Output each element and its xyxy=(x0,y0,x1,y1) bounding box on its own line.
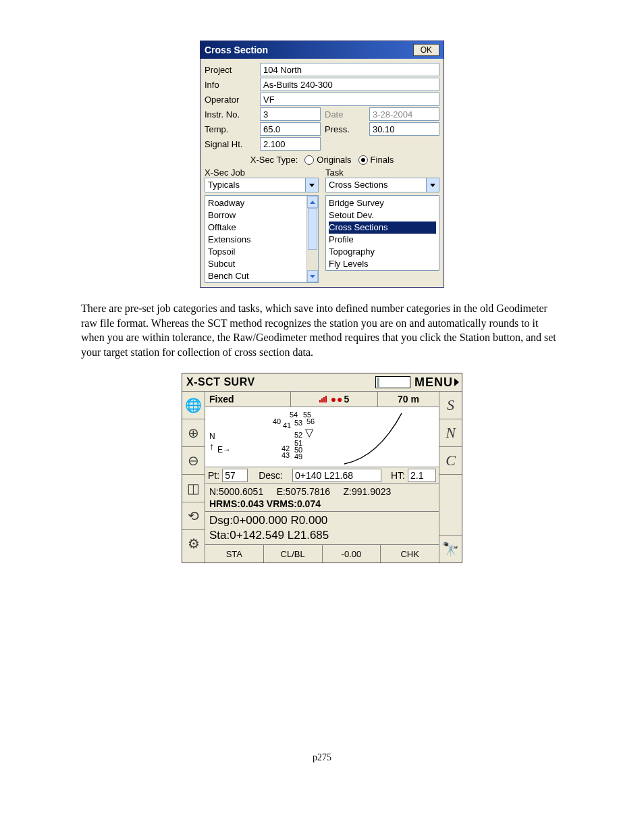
list-item[interactable]: Profile xyxy=(329,234,436,246)
list-item[interactable]: Bench Cut xyxy=(208,270,304,282)
settings-icon[interactable]: ⚙ xyxy=(182,530,205,557)
coord-n: N:5000.6051 xyxy=(209,486,263,497)
xsec-type-group: X-Sec Type: Originals Finals xyxy=(205,152,439,166)
body-text: There are pre-set job categories and tas… xyxy=(81,301,563,359)
list-item[interactable]: Offtake xyxy=(208,221,304,234)
clbl-button[interactable]: CL/BL xyxy=(264,545,323,563)
page-number: p275 xyxy=(81,752,563,763)
dsg-sta-panel: Dsg:0+000.000 R0.000 Sta:0+142.549 L21.6… xyxy=(205,512,439,545)
coord-e: E:5075.7816 xyxy=(277,486,330,497)
xsec-job-label: X-Sec Job xyxy=(205,167,319,178)
ok-button[interactable]: OK xyxy=(413,44,439,56)
chevron-right-icon xyxy=(454,378,459,386)
list-item[interactable]: Fly Levels xyxy=(329,258,436,270)
pt-label: Pt: xyxy=(205,470,222,481)
status-bar: Fixed ● ● 5 70 m xyxy=(205,392,439,407)
offset-button[interactable]: -0.00 xyxy=(323,545,381,563)
zoom-in-icon[interactable]: ⊕ xyxy=(182,419,205,447)
instr-no-label: Instr. No. xyxy=(205,109,260,120)
spacer xyxy=(439,475,462,536)
zoom-out-icon[interactable]: ⊖ xyxy=(182,447,205,475)
signal-ht-input[interactable]: 2.100 xyxy=(260,137,321,151)
desc-label: Desc: xyxy=(256,470,286,481)
menu-button[interactable]: MENU xyxy=(413,375,462,390)
press-input[interactable]: 30.10 xyxy=(369,122,439,136)
list-item[interactable]: Extensions xyxy=(208,234,304,246)
ht-input[interactable]: 2.1 xyxy=(408,469,436,482)
s-button[interactable]: S xyxy=(439,392,462,419)
sat-count: ● ● 5 xyxy=(291,392,378,407)
sta-button[interactable]: STA xyxy=(205,545,264,563)
c-button[interactable]: C xyxy=(439,447,462,475)
battery-icon xyxy=(375,376,410,388)
title-bar: Cross Section OK xyxy=(200,41,444,59)
list-item[interactable]: Cross Sections xyxy=(329,221,436,234)
signal-ht-label: Signal Ht. xyxy=(205,139,260,149)
task-combo[interactable]: Cross Sections xyxy=(325,178,439,192)
sta-value: Sta:0+142.549 L21.685 xyxy=(209,528,435,543)
bottom-buttons: STA CL/BL -0.00 CHK xyxy=(205,545,439,563)
temp-input[interactable]: 65.0 xyxy=(260,122,321,136)
info-input[interactable]: As-Builts 240-300 xyxy=(260,78,439,91)
instr-no-input[interactable]: 3 xyxy=(260,107,321,121)
zoom-window-icon[interactable]: ◫ xyxy=(182,475,205,502)
radio-icon xyxy=(304,155,314,165)
xsec-job-combo[interactable]: Typicals xyxy=(205,178,319,192)
xsec-type-label: X-Sec Type: xyxy=(250,155,298,165)
binoculars-icon[interactable]: 🔭 xyxy=(439,536,462,563)
zoom-prev-icon[interactable]: ⟲ xyxy=(182,502,205,530)
north-arrow-icon: ↑ xyxy=(209,441,214,452)
chevron-down-icon[interactable] xyxy=(305,178,318,192)
scroll-up-icon[interactable] xyxy=(307,196,318,208)
chevron-down-icon[interactable] xyxy=(426,178,439,192)
alignment-curve xyxy=(338,410,419,467)
right-toolbar: S N C 🔭 xyxy=(439,392,462,563)
press-label: Press. xyxy=(321,124,369,134)
project-input[interactable]: 104 North xyxy=(260,63,439,76)
scroll-down-icon[interactable] xyxy=(307,270,318,282)
n-button[interactable]: N xyxy=(439,419,462,447)
list-item[interactable]: Bridge Survey xyxy=(329,197,436,209)
scrollbar[interactable] xyxy=(306,196,318,282)
list-item[interactable]: Borrow xyxy=(208,209,304,221)
map-view[interactable]: ↑ N E→ 54 55 40 41 53 56 52 51 42 43 xyxy=(205,407,439,467)
dialog-title: Cross Section xyxy=(205,45,268,55)
rms-values: HRMS:0.043 VRMS:0.074 xyxy=(209,498,435,510)
coords-panel: N:5000.6051 E:5075.7816 Z:991.9023 HRMS:… xyxy=(205,484,439,512)
list-item[interactable]: Topsoil xyxy=(208,246,304,258)
date-label: Date xyxy=(321,109,369,120)
xsct-surv-screen: X-SCT SURV MENU 🌐 ⊕ ⊖ ◫ ⟲ ⚙ Fixed xyxy=(182,373,462,563)
cross-section-dialog: Cross Section OK Project 104 North Info … xyxy=(200,41,444,288)
list-item[interactable]: Roadway xyxy=(208,197,304,209)
left-toolbar: 🌐 ⊕ ⊖ ◫ ⟲ ⚙ xyxy=(182,392,205,563)
temp-label: Temp. xyxy=(205,124,260,134)
range-value: 70 m xyxy=(378,392,439,407)
radio-finals[interactable]: Finals xyxy=(358,155,394,165)
ht-label: HT: xyxy=(388,470,408,481)
operator-input[interactable]: VF xyxy=(260,93,439,106)
list-item[interactable]: Topography xyxy=(329,246,436,258)
axis-n-label: N xyxy=(209,432,215,441)
chk-button[interactable]: CHK xyxy=(381,545,439,563)
xsec-job-listbox[interactable]: RoadwayBorrowOfftakeExtensionsTopsoilSub… xyxy=(205,195,319,283)
cursor-icon: ▽ xyxy=(305,426,313,439)
desc-input[interactable]: 0+140 L21.68 xyxy=(292,469,381,482)
globe-icon[interactable]: 🌐 xyxy=(182,392,205,419)
date-input: 3-28-2004 xyxy=(369,107,439,121)
list-item[interactable]: Subcut xyxy=(208,258,304,270)
radio-originals[interactable]: Originals xyxy=(304,155,351,165)
pt-input[interactable]: 57 xyxy=(222,469,248,482)
radio-icon xyxy=(358,155,368,165)
task-listbox[interactable]: Bridge SurveySetout Dev.Cross SectionsPr… xyxy=(325,195,439,271)
project-label: Project xyxy=(205,65,260,75)
axis-e-label: E→ xyxy=(217,445,231,454)
list-item[interactable]: Setout Dev. xyxy=(329,209,436,221)
screen-title: X-SCT SURV xyxy=(182,376,375,388)
scroll-thumb[interactable] xyxy=(308,208,317,250)
point-entry-row: Pt: 57 Desc: 0+140 L21.68 HT: 2.1 xyxy=(205,467,439,484)
fix-status: Fixed xyxy=(205,392,291,407)
task-label: Task xyxy=(325,167,439,178)
xsct-title-bar: X-SCT SURV MENU xyxy=(182,373,462,392)
info-label: Info xyxy=(205,80,260,90)
operator-label: Operator xyxy=(205,95,260,105)
